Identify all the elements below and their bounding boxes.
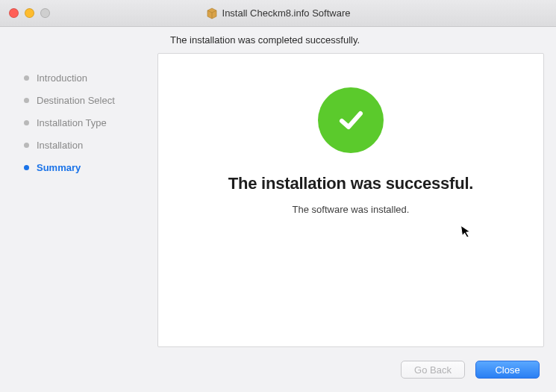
bullet-icon <box>24 143 29 148</box>
content-row: Introduction Destination Select Installa… <box>0 53 556 352</box>
sidebar-step-introduction: Introduction <box>24 66 153 89</box>
success-check-icon <box>318 87 384 153</box>
sidebar-step-label: Installation Type <box>37 117 107 128</box>
window-title-area: Install Checkm8.info Software <box>9 7 547 19</box>
titlebar[interactable]: Install Checkm8.info Software <box>0 0 556 27</box>
footer-buttons: Go Back Close <box>0 352 556 392</box>
installer-sidebar: Introduction Destination Select Installa… <box>12 53 157 347</box>
bullet-icon <box>24 120 29 125</box>
cursor-icon <box>460 223 473 243</box>
subheader-text: The installation was completed successfu… <box>0 27 556 53</box>
installer-window: Install Checkm8.info Software The instal… <box>0 0 556 392</box>
sidebar-step-installation: Installation <box>24 134 153 156</box>
sidebar-step-installation-type: Installation Type <box>24 111 153 134</box>
sidebar-step-summary: Summary <box>24 156 153 178</box>
success-headline: The installation was successful. <box>228 174 474 193</box>
sidebar-step-label: Installation <box>37 140 83 151</box>
sidebar-step-label: Summary <box>37 162 81 173</box>
bullet-icon <box>24 98 29 103</box>
traffic-lights <box>9 8 50 18</box>
success-subline: The software was installed. <box>293 204 410 215</box>
close-window-button[interactable] <box>9 8 19 18</box>
window-title: Install Checkm8.info Software <box>222 7 351 19</box>
minimize-window-button[interactable] <box>25 8 34 18</box>
close-button[interactable]: Close <box>475 361 540 379</box>
sidebar-step-label: Introduction <box>37 72 87 84</box>
maximize-window-button <box>40 8 50 18</box>
main-panel: The installation was successful. The sof… <box>157 53 544 347</box>
go-back-button: Go Back <box>401 361 465 379</box>
sidebar-step-label: Destination Select <box>37 95 115 106</box>
sidebar-step-destination-select: Destination Select <box>24 89 153 111</box>
bullet-icon <box>24 75 29 81</box>
window-body: The installation was completed successfu… <box>0 27 556 392</box>
bullet-icon <box>24 165 29 170</box>
package-icon <box>206 7 218 19</box>
